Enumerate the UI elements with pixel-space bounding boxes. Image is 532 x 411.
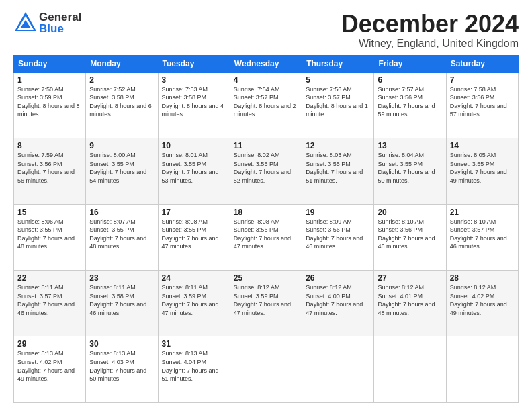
title-block: December 2024 Witney, England, United Ki… [341, 11, 519, 50]
calendar-cell: 1Sunrise: 7:50 AMSunset: 3:59 PMDaylight… [14, 72, 86, 138]
col-thursday: Thursday [302, 55, 374, 72]
day-number: 4 [234, 75, 298, 85]
day-number: 30 [89, 339, 154, 349]
calendar-cell: 18Sunrise: 8:08 AMSunset: 3:56 PMDayligh… [230, 204, 302, 270]
calendar-cell: 7Sunrise: 7:58 AMSunset: 3:56 PMDaylight… [446, 72, 518, 138]
day-info: Sunrise: 8:09 AMSunset: 3:56 PMDaylight:… [306, 218, 370, 251]
col-tuesday: Tuesday [158, 55, 230, 72]
logo-blue: Blue [39, 23, 81, 34]
day-number: 24 [162, 273, 226, 283]
calendar-cell: 16Sunrise: 8:07 AMSunset: 3:55 PMDayligh… [86, 204, 158, 270]
day-info: Sunrise: 7:50 AMSunset: 3:59 PMDaylight:… [17, 85, 82, 119]
day-number: 23 [89, 273, 154, 283]
day-number: 21 [450, 208, 515, 217]
day-number: 9 [89, 141, 154, 150]
day-info: Sunrise: 8:13 AMSunset: 4:03 PMDaylight:… [89, 349, 154, 383]
day-info: Sunrise: 7:57 AMSunset: 3:56 PMDaylight:… [378, 85, 442, 119]
day-info: Sunrise: 8:12 AMSunset: 3:59 PMDaylight:… [234, 283, 298, 317]
day-info: Sunrise: 8:12 AMSunset: 4:01 PMDaylight:… [378, 283, 442, 317]
calendar-cell: 29Sunrise: 8:13 AMSunset: 4:02 PMDayligh… [14, 336, 86, 403]
calendar-cell: 19Sunrise: 8:09 AMSunset: 3:56 PMDayligh… [302, 204, 374, 270]
calendar-cell: 28Sunrise: 8:12 AMSunset: 4:02 PMDayligh… [446, 271, 518, 336]
calendar-cell [230, 336, 302, 403]
day-info: Sunrise: 8:05 AMSunset: 3:55 PMDaylight:… [450, 151, 515, 185]
day-info: Sunrise: 8:08 AMSunset: 3:55 PMDaylight:… [162, 218, 226, 251]
day-info: Sunrise: 8:06 AMSunset: 3:55 PMDaylight:… [17, 218, 82, 251]
day-info: Sunrise: 8:11 AMSunset: 3:58 PMDaylight:… [89, 283, 154, 317]
day-number: 29 [17, 339, 82, 349]
calendar-cell: 4Sunrise: 7:54 AMSunset: 3:57 PMDaylight… [230, 72, 302, 138]
main-title: December 2024 [341, 11, 519, 38]
day-number: 2 [89, 75, 154, 85]
day-number: 10 [162, 141, 226, 150]
day-info: Sunrise: 8:12 AMSunset: 4:02 PMDaylight:… [450, 283, 515, 317]
day-info: Sunrise: 8:12 AMSunset: 4:00 PMDaylight:… [306, 283, 370, 317]
page: General Blue December 2024 Witney, Engla… [0, 0, 532, 411]
calendar-cell: 2Sunrise: 7:52 AMSunset: 3:58 PMDaylight… [86, 72, 158, 138]
day-info: Sunrise: 8:11 AMSunset: 3:57 PMDaylight:… [17, 283, 82, 317]
day-info: Sunrise: 8:11 AMSunset: 3:59 PMDaylight:… [162, 283, 226, 317]
day-number: 3 [162, 75, 226, 85]
calendar-cell [446, 336, 518, 403]
day-number: 25 [234, 273, 298, 283]
day-number: 6 [378, 75, 442, 85]
day-number: 8 [17, 141, 82, 150]
col-sunday: Sunday [14, 55, 86, 72]
day-info: Sunrise: 7:59 AMSunset: 3:56 PMDaylight:… [17, 151, 82, 185]
day-number: 5 [306, 75, 370, 85]
calendar-cell: 9Sunrise: 8:00 AMSunset: 3:55 PMDaylight… [86, 138, 158, 204]
day-info: Sunrise: 7:53 AMSunset: 3:58 PMDaylight:… [162, 85, 226, 119]
col-friday: Friday [374, 55, 446, 72]
day-info: Sunrise: 8:00 AMSunset: 3:55 PMDaylight:… [89, 151, 154, 185]
calendar-cell: 12Sunrise: 8:03 AMSunset: 3:55 PMDayligh… [302, 138, 374, 204]
day-info: Sunrise: 8:01 AMSunset: 3:55 PMDaylight:… [162, 151, 226, 185]
calendar-cell: 14Sunrise: 8:05 AMSunset: 3:55 PMDayligh… [446, 138, 518, 204]
calendar-cell: 31Sunrise: 8:13 AMSunset: 4:04 PMDayligh… [158, 336, 230, 403]
day-number: 13 [378, 141, 442, 150]
calendar-cell: 5Sunrise: 7:56 AMSunset: 3:57 PMDaylight… [302, 72, 374, 138]
day-number: 15 [17, 208, 82, 217]
calendar-cell: 22Sunrise: 8:11 AMSunset: 3:57 PMDayligh… [14, 271, 86, 336]
calendar-cell [374, 336, 446, 403]
day-number: 14 [450, 141, 515, 150]
day-number: 22 [17, 273, 82, 283]
day-info: Sunrise: 7:56 AMSunset: 3:57 PMDaylight:… [306, 85, 370, 119]
calendar-cell: 8Sunrise: 7:59 AMSunset: 3:56 PMDaylight… [14, 138, 86, 204]
calendar-cell: 30Sunrise: 8:13 AMSunset: 4:03 PMDayligh… [86, 336, 158, 403]
calendar-cell: 17Sunrise: 8:08 AMSunset: 3:55 PMDayligh… [158, 204, 230, 270]
calendar-week-5: 29Sunrise: 8:13 AMSunset: 4:02 PMDayligh… [14, 336, 519, 403]
calendar-week-1: 1Sunrise: 7:50 AMSunset: 3:59 PMDaylight… [14, 72, 519, 138]
calendar-week-3: 15Sunrise: 8:06 AMSunset: 3:55 PMDayligh… [14, 204, 519, 270]
day-info: Sunrise: 7:52 AMSunset: 3:58 PMDaylight:… [89, 85, 154, 119]
day-info: Sunrise: 8:13 AMSunset: 4:04 PMDaylight:… [162, 349, 226, 383]
calendar-week-2: 8Sunrise: 7:59 AMSunset: 3:56 PMDaylight… [14, 138, 519, 204]
col-monday: Monday [86, 55, 158, 72]
calendar-cell [302, 336, 374, 403]
logo-general: General [39, 11, 81, 23]
calendar-cell: 25Sunrise: 8:12 AMSunset: 3:59 PMDayligh… [230, 271, 302, 336]
day-number: 27 [378, 273, 442, 283]
calendar-table: Sunday Monday Tuesday Wednesday Thursday… [13, 55, 519, 403]
day-info: Sunrise: 8:10 AMSunset: 3:57 PMDaylight:… [450, 218, 515, 251]
day-info: Sunrise: 8:13 AMSunset: 4:02 PMDaylight:… [17, 349, 82, 383]
calendar-cell: 11Sunrise: 8:02 AMSunset: 3:55 PMDayligh… [230, 138, 302, 204]
calendar-cell: 6Sunrise: 7:57 AMSunset: 3:56 PMDaylight… [374, 72, 446, 138]
day-number: 26 [306, 273, 370, 283]
col-saturday: Saturday [446, 55, 518, 72]
header: General Blue December 2024 Witney, Engla… [13, 11, 519, 50]
day-number: 18 [234, 208, 298, 217]
day-number: 12 [306, 141, 370, 150]
calendar-cell: 13Sunrise: 8:04 AMSunset: 3:55 PMDayligh… [374, 138, 446, 204]
calendar-week-4: 22Sunrise: 8:11 AMSunset: 3:57 PMDayligh… [14, 271, 519, 336]
calendar-cell: 23Sunrise: 8:11 AMSunset: 3:58 PMDayligh… [86, 271, 158, 336]
day-number: 28 [450, 273, 515, 283]
calendar-cell: 10Sunrise: 8:01 AMSunset: 3:55 PMDayligh… [158, 138, 230, 204]
logo-icon [13, 11, 38, 35]
day-info: Sunrise: 8:02 AMSunset: 3:55 PMDaylight:… [234, 151, 298, 185]
calendar-cell: 3Sunrise: 7:53 AMSunset: 3:58 PMDaylight… [158, 72, 230, 138]
day-number: 31 [162, 339, 226, 349]
col-wednesday: Wednesday [230, 55, 302, 72]
header-row: Sunday Monday Tuesday Wednesday Thursday… [14, 55, 519, 72]
day-number: 17 [162, 208, 226, 217]
day-number: 7 [450, 75, 515, 85]
